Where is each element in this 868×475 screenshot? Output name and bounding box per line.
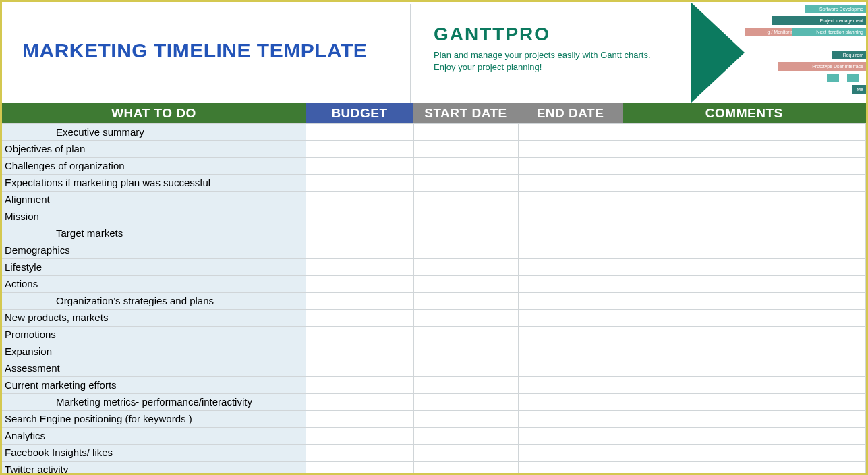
cell-start[interactable] <box>413 292 518 309</box>
cell-comments[interactable] <box>623 393 866 410</box>
cell-budget[interactable] <box>306 140 413 157</box>
cell-comments[interactable] <box>623 343 866 360</box>
cell-what-to-do[interactable]: Challenges of organization <box>2 157 306 174</box>
cell-end[interactable] <box>518 275 623 292</box>
cell-what-to-do[interactable]: Assessment <box>2 360 306 376</box>
cell-what-to-do[interactable]: Current marketing efforts <box>2 376 306 393</box>
cell-comments[interactable] <box>623 208 866 225</box>
cell-comments[interactable] <box>623 292 866 309</box>
cell-budget[interactable] <box>306 410 413 427</box>
cell-end[interactable] <box>518 376 623 393</box>
cell-end[interactable] <box>518 123 623 140</box>
cell-start[interactable] <box>413 410 518 427</box>
cell-budget[interactable] <box>306 123 413 140</box>
cell-budget[interactable] <box>306 275 413 292</box>
cell-what-to-do[interactable]: Objectives of plan <box>2 140 306 157</box>
cell-end[interactable] <box>518 427 623 444</box>
cell-start[interactable] <box>413 376 518 393</box>
cell-start[interactable] <box>413 174 518 191</box>
cell-end[interactable] <box>518 461 623 475</box>
cell-end[interactable] <box>518 208 623 225</box>
cell-start[interactable] <box>413 225 518 242</box>
cell-what-to-do[interactable]: Actions <box>2 275 306 292</box>
cell-start[interactable] <box>413 309 518 326</box>
cell-start[interactable] <box>413 427 518 444</box>
cell-comments[interactable] <box>623 326 866 343</box>
cell-budget[interactable] <box>306 309 413 326</box>
cell-start[interactable] <box>413 393 518 410</box>
cell-end[interactable] <box>518 393 623 410</box>
cell-what-to-do[interactable]: Expectations if marketing plan was succe… <box>2 174 306 191</box>
cell-what-to-do[interactable]: Facebook Insights/ likes <box>2 444 306 461</box>
cell-comments[interactable] <box>623 376 866 393</box>
cell-end[interactable] <box>518 242 623 258</box>
cell-start[interactable] <box>413 191 518 208</box>
cell-start[interactable] <box>413 326 518 343</box>
cell-start[interactable] <box>413 444 518 461</box>
cell-comments[interactable] <box>623 157 866 174</box>
cell-end[interactable] <box>518 191 623 208</box>
cell-what-to-do[interactable]: New products, markets <box>2 309 306 326</box>
cell-what-to-do[interactable]: Expansion <box>2 343 306 360</box>
cell-end[interactable] <box>518 309 623 326</box>
cell-start[interactable] <box>413 123 518 140</box>
cell-comments[interactable] <box>623 461 866 475</box>
cell-budget[interactable] <box>306 444 413 461</box>
cell-what-to-do[interactable]: Target markets <box>2 225 306 242</box>
cell-end[interactable] <box>518 343 623 360</box>
cell-comments[interactable] <box>623 410 866 427</box>
cell-budget[interactable] <box>306 461 413 475</box>
cell-end[interactable] <box>518 410 623 427</box>
cell-comments[interactable] <box>623 360 866 376</box>
cell-comments[interactable] <box>623 427 866 444</box>
cell-budget[interactable] <box>306 157 413 174</box>
cell-comments[interactable] <box>623 174 866 191</box>
cell-budget[interactable] <box>306 360 413 376</box>
cell-end[interactable] <box>518 174 623 191</box>
cell-end[interactable] <box>518 360 623 376</box>
cell-budget[interactable] <box>306 225 413 242</box>
cell-comments[interactable] <box>623 140 866 157</box>
cell-what-to-do[interactable]: Executive summary <box>2 123 306 140</box>
cell-comments[interactable] <box>623 258 866 275</box>
cell-end[interactable] <box>518 225 623 242</box>
cell-comments[interactable] <box>623 242 866 258</box>
cell-comments[interactable] <box>623 123 866 140</box>
cell-budget[interactable] <box>306 191 413 208</box>
cell-start[interactable] <box>413 140 518 157</box>
cell-comments[interactable] <box>623 191 866 208</box>
cell-end[interactable] <box>518 157 623 174</box>
cell-start[interactable] <box>413 157 518 174</box>
cell-what-to-do[interactable]: Analytics <box>2 427 306 444</box>
cell-end[interactable] <box>518 292 623 309</box>
cell-start[interactable] <box>413 360 518 376</box>
cell-budget[interactable] <box>306 343 413 360</box>
cell-what-to-do[interactable]: Alignment <box>2 191 306 208</box>
cell-budget[interactable] <box>306 208 413 225</box>
cell-budget[interactable] <box>306 242 413 258</box>
cell-end[interactable] <box>518 140 623 157</box>
cell-end[interactable] <box>518 326 623 343</box>
cell-what-to-do[interactable]: Promotions <box>2 326 306 343</box>
cell-what-to-do[interactable]: Search Engine positioning (for keywords … <box>2 410 306 427</box>
cell-start[interactable] <box>413 343 518 360</box>
cell-budget[interactable] <box>306 427 413 444</box>
cell-comments[interactable] <box>623 275 866 292</box>
cell-what-to-do[interactable]: Mission <box>2 208 306 225</box>
cell-budget[interactable] <box>306 174 413 191</box>
cell-what-to-do[interactable]: Twitter activity <box>2 461 306 475</box>
cell-budget[interactable] <box>306 393 413 410</box>
cell-budget[interactable] <box>306 258 413 275</box>
cell-what-to-do[interactable]: Organization’s strategies and plans <box>2 292 306 309</box>
cell-budget[interactable] <box>306 292 413 309</box>
cell-budget[interactable] <box>306 376 413 393</box>
cell-start[interactable] <box>413 275 518 292</box>
cell-what-to-do[interactable]: Lifestyle <box>2 258 306 275</box>
cell-comments[interactable] <box>623 444 866 461</box>
cell-end[interactable] <box>518 258 623 275</box>
cell-start[interactable] <box>413 242 518 258</box>
cell-what-to-do[interactable]: Demographics <box>2 242 306 258</box>
cell-start[interactable] <box>413 258 518 275</box>
cell-comments[interactable] <box>623 309 866 326</box>
cell-start[interactable] <box>413 461 518 475</box>
